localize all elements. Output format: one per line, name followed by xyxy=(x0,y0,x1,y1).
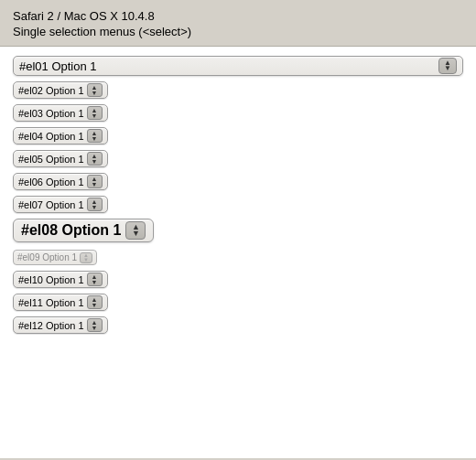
select-el02[interactable]: #el02 Option 1 ▲▼ xyxy=(13,81,108,99)
select-el03-text: #el03 Option 1 xyxy=(18,108,84,119)
select-row-el01: #el01 Option 1 ▲▼ xyxy=(13,56,463,76)
select-el11-arrow: ▲▼ xyxy=(87,295,103,309)
select-row-el11: #el11 Option 1 ▲▼ xyxy=(13,294,463,311)
select-el07[interactable]: #el07 Option 1 ▲▼ xyxy=(13,196,108,213)
select-row-el12: #el12 Option 1 ▲▼ xyxy=(13,316,463,334)
select-row-el08: #el08 Option 1 ▲▼ xyxy=(13,219,463,242)
select-row-el05: #el05 Option 1 ▲▼ xyxy=(13,150,463,167)
select-row-el02: #el02 Option 1 ▲▼ xyxy=(13,81,463,99)
select-row-el03: #el03 Option 1 ▲▼ xyxy=(13,104,463,122)
select-el10-text: #el10 Option 1 xyxy=(18,274,84,285)
select-el12-text: #el12 Option 1 xyxy=(18,320,84,331)
select-row-el04: #el04 Option 1 ▲▼ xyxy=(13,127,463,144)
select-el05-arrow: ▲▼ xyxy=(87,152,103,166)
select-el02-text: #el02 Option 1 xyxy=(18,85,84,96)
select-row-el07: #el07 Option 1 ▲▼ xyxy=(13,196,463,213)
select-el01[interactable]: #el01 Option 1 ▲▼ xyxy=(13,56,463,76)
select-el04[interactable]: #el04 Option 1 ▲▼ xyxy=(13,127,108,144)
select-el04-text: #el04 Option 1 xyxy=(18,131,84,142)
select-el10-arrow: ▲▼ xyxy=(87,273,103,286)
header: Safari 2 / Mac OS X 10.4.8 Single select… xyxy=(0,0,476,47)
select-el11[interactable]: #el11 Option 1 ▲▼ xyxy=(13,294,108,311)
select-el12[interactable]: #el12 Option 1 ▲▼ xyxy=(13,316,108,334)
select-el09[interactable]: #el09 Option 1 ▲▼ xyxy=(13,250,97,265)
select-el02-arrow: ▲▼ xyxy=(87,83,103,97)
select-el05[interactable]: #el05 Option 1 ▲▼ xyxy=(13,150,108,167)
select-row-el06: #el06 Option 1 ▲▼ xyxy=(13,173,463,190)
select-el01-text: #el01 Option 1 xyxy=(19,59,435,73)
select-el08-text: #el08 Option 1 xyxy=(21,222,121,239)
select-el06-arrow: ▲▼ xyxy=(87,175,103,188)
select-el09-text: #el09 Option 1 xyxy=(17,252,77,262)
select-el04-arrow: ▲▼ xyxy=(87,129,103,143)
select-el08-arrow: ▲▼ xyxy=(125,221,146,240)
select-row-el10: #el10 Option 1 ▲▼ xyxy=(13,271,463,288)
select-el03[interactable]: #el03 Option 1 ▲▼ xyxy=(13,104,108,122)
select-el06[interactable]: #el06 Option 1 ▲▼ xyxy=(13,173,108,190)
select-el09-arrow: ▲▼ xyxy=(80,252,92,263)
select-el10[interactable]: #el10 Option 1 ▲▼ xyxy=(13,271,108,288)
select-el08[interactable]: #el08 Option 1 ▲▼ xyxy=(13,219,154,242)
select-el06-text: #el06 Option 1 xyxy=(18,177,84,187)
header-title: Safari 2 / Mac OS X 10.4.8 xyxy=(13,9,463,23)
select-el03-arrow: ▲▼ xyxy=(87,106,103,120)
header-subtitle: Single selection menus (<select>) xyxy=(13,25,463,38)
select-el11-text: #el11 Option 1 xyxy=(18,297,84,308)
select-el01-arrow: ▲▼ xyxy=(438,58,457,74)
select-el05-text: #el05 Option 1 xyxy=(18,154,84,165)
select-el12-arrow: ▲▼ xyxy=(87,318,103,332)
select-el07-text: #el07 Option 1 xyxy=(18,199,84,210)
content-area: #el01 Option 1 ▲▼ #el02 Option 1 ▲▼ #el0… xyxy=(0,47,476,458)
select-el07-arrow: ▲▼ xyxy=(87,198,103,211)
select-row-el09: #el09 Option 1 ▲▼ xyxy=(13,250,463,265)
